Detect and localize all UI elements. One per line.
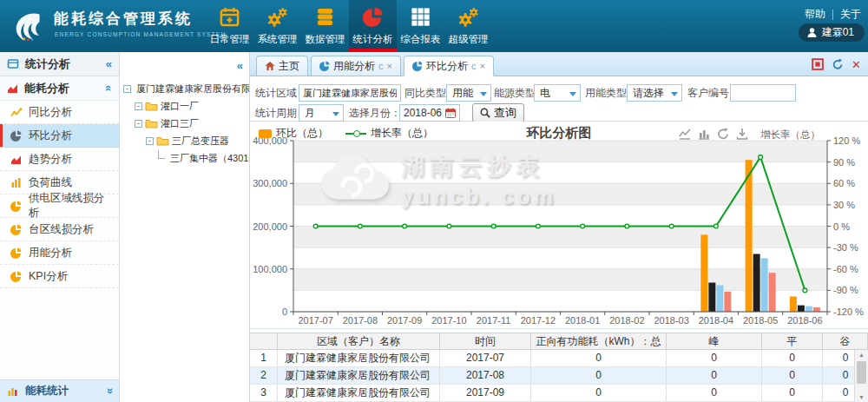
energy-type-select[interactable]: 电 [534,84,581,102]
sidebar-item-trend-analysis[interactable]: 趋势分析 [0,148,119,171]
scrollbar-thumb[interactable] [857,361,866,384]
svg-text:-120 %: -120 % [833,306,864,317]
legend-item-mom-total[interactable]: 环比（总） [259,126,328,141]
svg-text:2017-09: 2017-09 [387,315,422,326]
query-button[interactable]: 查询 [472,103,524,122]
energy-management-app: 能耗综合管理系统 ENERGY CONSUMPTION MANAGEMENT S… [0,0,868,402]
legend-bar-swatch [259,129,272,138]
tree-node-concentrator[interactable]: 三厂集中器（4301003 [123,149,249,167]
table-scrollbar[interactable]: ▲ ▼ [854,350,868,402]
collapse-left-icon[interactable]: « [106,57,112,70]
nav-super-management[interactable]: 超级管理 [444,0,492,52]
table-row[interactable]: 2 厦门建霖健康家居股份有限公司 2017-08 0 0 0 0 [250,367,868,385]
tree-expander-icon[interactable]: - [146,137,154,145]
tab-refresh-icon[interactable]: c [378,61,384,71]
svg-text:30 %: 30 % [833,200,855,210]
sidebar-section-energy-analysis[interactable]: 能耗分析 « [0,76,119,101]
nav-data-management[interactable]: 数据管理 [301,0,349,52]
tab-home[interactable]: 主页 [256,56,308,76]
scroll-up-icon[interactable]: ▲ [855,352,868,358]
help-link[interactable]: 帮助 [805,7,825,22]
svg-text:0 %: 0 % [833,221,850,232]
home-icon [265,61,275,71]
close-icon[interactable]: ✕ [852,59,861,70]
sidebar-item-energy-usage-analysis[interactable]: 用能分析 [0,241,119,265]
divider [832,10,833,20]
col-header-peak: 峰 [667,333,762,351]
toolbox-line-chart-icon[interactable] [679,128,691,140]
sidebar-item-station-line-loss[interactable]: 台区线损分析 [0,218,119,241]
table-row[interactable]: 3 厦门建霖健康家居股份有限公司 2017-09 0 0 0 0 [250,385,868,402]
tree-expander-icon[interactable]: - [123,85,131,93]
sidebar-footer-title: 能耗统计 [25,384,99,399]
svg-text:-90 %: -90 % [833,285,858,295]
table-header-row: 区域（客户）名称 时间 正向有功能耗（kWh）：总 峰 平 谷 [250,333,868,350]
data-table: 区域（客户）名称 时间 正向有功能耗（kWh）：总 峰 平 谷 1 厦门建霖健康… [250,326,868,402]
collapse-down-icon[interactable]: « [102,388,115,394]
sidebar-item-mom-analysis[interactable]: 环比分析 [0,124,119,148]
legend-item-growth-rate[interactable]: 增长率（总） [345,126,433,141]
app-logo-swan-icon [7,5,49,47]
sidebar-menu: 同比分析 环比分析 趋势分析 负荷曲线 供电区域线损分析 台区线损分析 [0,101,119,288]
pie-icon [10,224,22,235]
grid-icon [397,4,444,29]
customer-id-input[interactable] [730,84,796,102]
pie-icon [10,130,22,142]
folder-icon [145,101,158,111]
nav-comprehensive-reports[interactable]: 综合报表 [397,0,444,52]
tree-node-plant3[interactable]: - 灌口三厂 [123,115,249,132]
gears-icon [253,4,301,29]
sidebar: 统计分析 « 能耗分析 « 同比分析 环比分析 趋势分析 负荷曲线 [0,52,120,402]
user-icon [806,27,818,38]
sidebar-item-region-line-loss[interactable]: 供电区域线损分析 [0,194,119,218]
tree-node-transformer[interactable]: - 三厂总变压器 [123,132,249,149]
tree-expander-icon[interactable]: - [135,120,142,128]
tree-connector [158,150,165,159]
tree-node-plant1[interactable]: - 灌口一厂 [123,97,249,115]
svg-text:2018-05: 2018-05 [743,315,778,326]
sidebar-item-kpi-analysis[interactable]: KPI分析 [0,265,119,288]
area-input[interactable] [299,84,401,102]
col-header-valley: 谷 [823,333,868,351]
tab-close-icon[interactable]: × [479,61,484,71]
month-label: 选择月份： [349,104,401,122]
tab-refresh-icon[interactable]: c [471,61,477,71]
sidebar-panel-header[interactable]: 统计分析 « [0,52,119,76]
tree-expander-icon[interactable]: - [135,102,142,110]
toolbox-restore-icon[interactable] [717,128,729,140]
usage-type-select[interactable]: 请选择 [627,84,682,102]
user-name: 建霖01 [822,25,854,40]
about-link[interactable]: 关于 [840,7,861,22]
table-row[interactable]: 1 厦门建霖健康家居股份有限公司 2017-07 0 0 0 0 [250,350,868,367]
svg-text:0: 0 [282,306,287,317]
col-header-name: 区域（客户）名称 [278,333,440,351]
nav-statistics-analysis[interactable]: 统计分析 [349,0,397,52]
toolbox-download-icon[interactable] [736,128,748,140]
collapse-up-icon[interactable]: « [102,85,115,91]
tree-collapse-icon[interactable]: « [237,59,243,72]
scroll-down-icon[interactable]: ▼ [855,394,868,400]
user-menu[interactable]: 建霖01 [799,23,865,42]
sidebar-section-title: 能耗分析 [24,81,100,96]
nav-system-management[interactable]: 系统管理 [253,0,301,52]
tab-mom-analysis[interactable]: 环比分析 c × [404,56,494,76]
toolbox-bar-chart-icon[interactable] [698,128,710,140]
yoy-type-select[interactable]: 用能 [446,84,491,102]
sidebar-item-yoy-analysis[interactable]: 同比分析 [0,101,119,124]
tab-close-icon[interactable]: × [387,61,392,71]
filter-bar: 统计区域： 同比类型： 用能 能源类型： 电 用能类型： 请选择 客户编号： 统… [250,76,868,122]
area-chart-icon [10,154,22,165]
month-picker[interactable]: 2018-06 [399,104,460,122]
refresh-icon[interactable] [832,58,844,70]
main-content: 主页 用能分析 c × 环比分析 c × ✕ 统计区域： [250,52,868,402]
fullscreen-icon[interactable] [812,58,824,70]
svg-text:200,000: 200,000 [253,221,287,232]
sidebar-footer-energy-statistics[interactable]: 能耗统计 « [0,379,119,402]
tab-energy-usage-analysis[interactable]: 用能分析 c × [311,56,401,76]
database-icon [301,4,349,29]
nav-daily-management[interactable]: 日常管理 [206,0,253,52]
chart-legend: 环比（总） 增长率（总） [259,126,433,141]
period-select[interactable]: 月 [299,104,344,122]
svg-text:2018-06: 2018-06 [787,315,822,326]
tree-node-company[interactable]: - 厦门建霖健康家居股份有限公司 [123,80,249,97]
